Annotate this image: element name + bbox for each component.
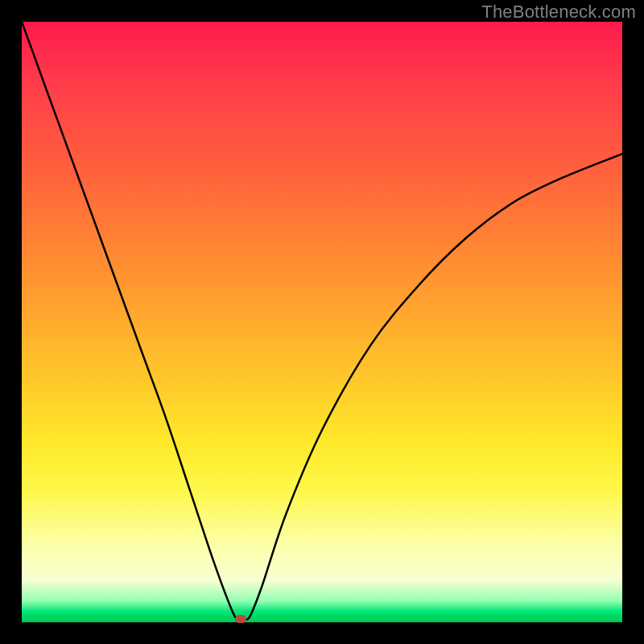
chart-frame: TheBottleneck.com [0,0,644,644]
watermark-text: TheBottleneck.com [481,2,636,23]
bottleneck-curve [22,22,622,622]
plot-area [22,22,622,622]
optimal-point-marker [235,615,246,623]
curve-path [22,22,622,620]
